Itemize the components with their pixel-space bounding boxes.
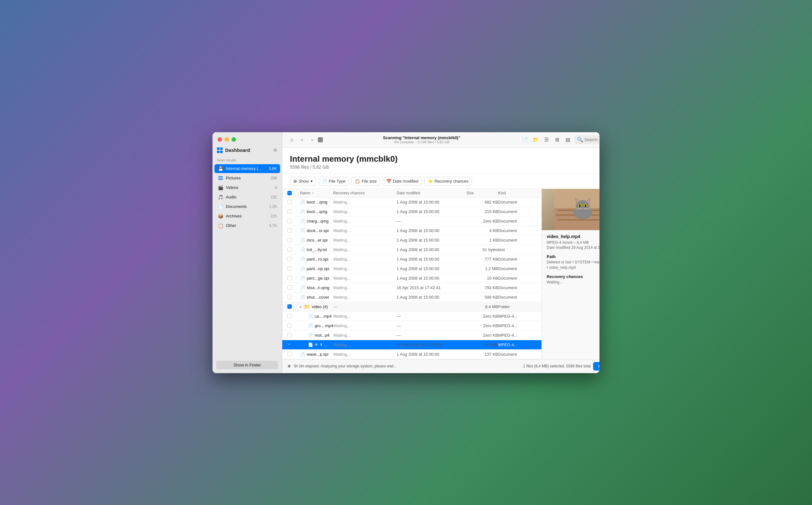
row-checkbox-cell[interactable]	[287, 352, 300, 356]
table-row[interactable]: ▸📁 video (4) — 8,4 MB Folder	[282, 302, 541, 312]
row-checkbox-cell[interactable]	[287, 314, 300, 318]
row-recovery: Waiting...	[333, 209, 397, 214]
col-kind-label: Kind	[498, 191, 506, 195]
select-all-checkbox[interactable]	[287, 191, 292, 195]
row-checkbox[interactable]	[287, 314, 292, 318]
dashboard-section[interactable]: Dashboard ✳	[213, 146, 282, 158]
row-checkbox[interactable]	[287, 352, 292, 356]
show-in-finder-button[interactable]: Show in Finder	[216, 361, 278, 369]
row-checkbox[interactable]	[287, 228, 292, 233]
row-checkbox[interactable]	[287, 238, 292, 242]
date-modified-filter-button[interactable]: 📅 Date modified	[383, 177, 422, 185]
table-row[interactable]: 📄 parti...ro.spi Waiting... 1 Aug 2008 a…	[282, 255, 541, 264]
row-checkbox[interactable]	[287, 333, 292, 337]
row-checkbox-cell[interactable]	[287, 323, 300, 328]
sidebar-item-other[interactable]: 📋 Other 3,7K	[215, 221, 280, 230]
home-button[interactable]: ⌂	[287, 135, 296, 144]
fullscreen-button[interactable]	[232, 137, 236, 142]
table-row[interactable]: 📄 shut...n.qmg Waiting... 16 Apr 2015 at…	[282, 283, 541, 293]
recovery-chances-filter-button[interactable]: ⭐ Recovery chances	[424, 177, 472, 185]
sidebar-toggle-button[interactable]: ▤	[564, 135, 572, 144]
show-filter-button[interactable]: ⊞ Show ▾	[290, 177, 316, 185]
table-row[interactable]: 📄 dock...or.spi Waiting... 1 Aug 2008 at…	[282, 226, 541, 235]
row-kind: Document	[498, 257, 536, 262]
list-view-button[interactable]: ☰	[542, 135, 551, 144]
close-button[interactable]	[218, 137, 222, 142]
row-checkbox-cell[interactable]	[287, 342, 300, 347]
col-header-kind[interactable]: Kind	[498, 191, 536, 195]
row-checkbox[interactable]	[287, 323, 292, 328]
row-checkbox-cell[interactable]	[287, 238, 300, 242]
col-header-date[interactable]: Date modified	[397, 191, 466, 195]
table-row[interactable]: 📄 perc...ge.spi Waiting... 1 Aug 2008 at…	[282, 274, 541, 283]
recover-button[interactable]: Recover	[593, 362, 599, 371]
row-checkbox[interactable]	[287, 209, 292, 214]
table-row[interactable]: 📄 charg...qmg Waiting... — Zero KB Docum…	[282, 216, 541, 226]
col-header-recovery[interactable]: Recovery chances	[333, 191, 397, 195]
sidebar-item-pictures[interactable]: 🖼 Pictures 288	[215, 174, 280, 183]
row-name-cell: 📄 perc...ge.spi	[300, 276, 333, 281]
sidebar-item-other-count: 3,7K	[269, 223, 277, 228]
row-checkbox-cell[interactable]	[287, 200, 300, 204]
file-type-filter-button[interactable]: 📄 File Type	[319, 177, 349, 185]
file-size-filter-button[interactable]: 📋 File size	[352, 177, 380, 185]
row-checkbox[interactable]	[287, 257, 292, 261]
recovery-chances-label: Recovery chances	[434, 179, 468, 184]
row-checkbox-cell[interactable]	[287, 304, 300, 309]
row-checkbox-cell[interactable]	[287, 209, 300, 214]
eye-icon[interactable]: 👁	[315, 343, 318, 346]
minimize-button[interactable]	[225, 137, 229, 142]
row-checkbox[interactable]	[287, 200, 292, 204]
row-kind: Document	[498, 228, 536, 233]
stop-scan-button[interactable]	[318, 137, 323, 142]
sidebar-item-internal-memory[interactable]: 💾 Internal memory (... 5,6K	[215, 164, 280, 173]
row-checkbox[interactable]	[287, 285, 292, 290]
back-button[interactable]: ‹	[297, 135, 306, 144]
row-checkbox-cell[interactable]	[287, 219, 300, 223]
folder-view-button[interactable]: 📁	[531, 135, 540, 144]
table-row[interactable]: 📄 boot....qmg Waiting... 1 Aug 2008 at 1…	[282, 207, 541, 216]
table-row[interactable]: 📄 👁⬆ ... Waiting... 19 Aug 2014 at 13:25…	[282, 340, 541, 350]
table-row[interactable]: 📄 gro....mp4 Waiting... — Zero KB MPEG-4…	[282, 321, 541, 331]
file-icon-view-button[interactable]: 📄	[521, 135, 529, 144]
row-checkbox[interactable]	[287, 247, 292, 252]
row-checkbox-cell[interactable]	[287, 266, 300, 271]
row-checkbox-cell[interactable]	[287, 276, 300, 280]
table-row[interactable]: 📄 mot...p4 Waiting... — Zero KB MPEG-4..…	[282, 331, 541, 340]
row-checkbox-cell[interactable]	[287, 257, 300, 261]
row-size: 137 KB	[466, 352, 498, 357]
row-recovery: Waiting...	[333, 333, 397, 338]
row-checkbox-cell[interactable]	[287, 228, 300, 233]
col-header-size[interactable]: Size	[466, 191, 498, 195]
row-checkbox-cell[interactable]	[287, 295, 300, 299]
sidebar-item-archives[interactable]: 📦 Archives 225	[215, 212, 280, 221]
table-row[interactable]: 📄 inco...er.spi Waiting... 1 Aug 2008 at…	[282, 235, 541, 245]
row-checkbox-cell[interactable]	[287, 333, 300, 337]
table-row[interactable]: 📄 lcd_...ity.txt Waiting... 1 Aug 2008 a…	[282, 245, 541, 255]
row-checkbox[interactable]	[287, 266, 292, 271]
table-row[interactable]: 📄 shut....cover Waiting... 1 Aug 2008 at…	[282, 293, 541, 302]
row-checkbox[interactable]	[287, 295, 292, 299]
sidebar-item-videos[interactable]: 🎬 Videos 4	[215, 183, 280, 192]
row-checkbox[interactable]	[287, 219, 292, 223]
col-header-name[interactable]: Name ↑	[300, 191, 333, 195]
row-checkbox[interactable]	[287, 342, 292, 347]
sidebar-item-documents[interactable]: 📄 Documents 1,2K	[215, 202, 280, 211]
table-row[interactable]: 📄 parti...op.spi Waiting... 1 Aug 2008 a…	[282, 264, 541, 274]
search-input[interactable]	[584, 137, 599, 142]
sidebar-item-internal-memory-label: Internal memory (...	[226, 166, 266, 171]
row-checkbox-cell[interactable]	[287, 285, 300, 290]
file-icon: 📄	[308, 333, 313, 338]
col-select-all[interactable]	[287, 191, 300, 195]
row-checkbox[interactable]	[287, 304, 292, 309]
table-row[interactable]: 📄 wave...p.spi Waiting... 1 Aug 2008 at …	[282, 350, 541, 359]
row-checkbox[interactable]	[287, 276, 292, 280]
row-checkbox-cell[interactable]	[287, 247, 300, 252]
table-row[interactable]: 📄 boot....qmg Waiting... 1 Aug 2008 at 1…	[282, 197, 541, 207]
sidebar-item-audio[interactable]: 🎵 Audio 152	[215, 193, 280, 202]
forward-button[interactable]: ›	[308, 135, 316, 144]
share-icon[interactable]: ⬆	[320, 343, 322, 347]
table-row[interactable]: 📄 ca....mp4 Waiting... — Zero KB MPEG-4.…	[282, 312, 541, 321]
row-name: inco...er.spi	[307, 238, 328, 242]
grid-view-button[interactable]: ⊞	[553, 135, 562, 144]
